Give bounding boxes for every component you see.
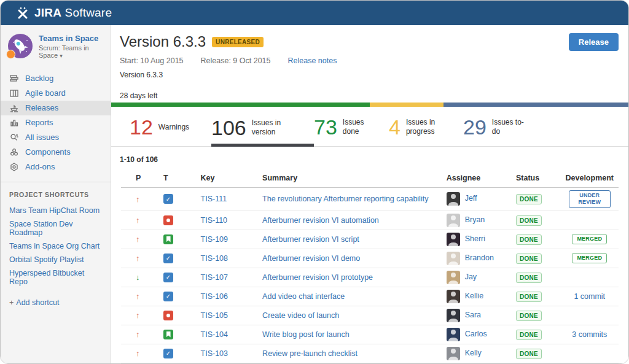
issue-summary-link[interactable]: Review pre-launch checklist: [262, 349, 357, 358]
development-cell: [561, 344, 619, 363]
stat-issues-done[interactable]: 73 Issues done: [314, 117, 389, 146]
col-summary: Summary: [257, 169, 442, 188]
priority-icon: [136, 330, 140, 339]
issue-key-link[interactable]: TIS-103: [201, 349, 228, 358]
avatar: [447, 252, 460, 265]
project-subtitle: Scrum: Teams in Space: [39, 44, 89, 59]
status-badge: DONE: [516, 311, 542, 321]
development-cell: MERGED: [561, 249, 619, 268]
shortcut-bitbucket[interactable]: Hyperspeed Bitbucket Repo: [1, 266, 111, 288]
issue-key-link[interactable]: TIS-105: [201, 311, 228, 320]
issue-type-icon: [163, 349, 173, 358]
commits-link[interactable]: 1 commit: [574, 292, 605, 301]
shortcut-hipchat[interactable]: Mars Team HipChat Room: [1, 204, 111, 217]
sidebar-item-add-ons[interactable]: Add-ons: [1, 160, 111, 174]
stat-warnings[interactable]: 12 Warnings: [130, 117, 211, 146]
sidebar-item-reports[interactable]: Reports: [1, 115, 111, 130]
table-row: TIS-109 Afterburner revision VI script S…: [121, 230, 619, 249]
release-button[interactable]: Release: [569, 33, 619, 51]
chevron-down-icon[interactable]: ▾: [60, 53, 63, 59]
status-badge: DONE: [516, 234, 542, 245]
table-row: TIS-111 The revolutionary Afterburner re…: [121, 188, 619, 211]
issue-type-icon: [163, 292, 173, 301]
priority-icon: [136, 254, 140, 263]
issue-key-link[interactable]: TIS-106: [201, 292, 228, 301]
priority-icon: [136, 234, 140, 244]
shortcut-roadmap[interactable]: Space Station Dev Roadmap: [1, 217, 111, 239]
sidebar-item-releases[interactable]: Releases: [1, 101, 111, 115]
status-badge: DONE: [516, 292, 542, 302]
issue-key-link[interactable]: TIS-104: [201, 330, 228, 339]
stat-issues-in-progress[interactable]: 4 Issues in progress: [389, 117, 463, 146]
priority-icon: [136, 311, 140, 320]
assignee-link[interactable]: Kelly: [465, 349, 482, 357]
jira-logo-icon: [17, 7, 29, 19]
avatar: [447, 233, 460, 246]
col-development: Development: [561, 169, 619, 188]
release-notes-link[interactable]: Release notes: [288, 56, 337, 65]
priority-icon: [136, 292, 140, 301]
bar-chart-icon: [9, 118, 19, 128]
issue-key-link[interactable]: TIS-109: [201, 235, 228, 244]
stat-issues-todo[interactable]: 29 Issues to-do: [463, 117, 549, 146]
issue-summary-link[interactable]: Create video of launch: [262, 311, 339, 320]
issues-table: P T Key Summary Assignee Status Developm…: [121, 169, 619, 364]
issue-key-link[interactable]: TIS-111: [201, 195, 227, 203]
shortcut-spotify[interactable]: Orbital Spotify Playlist: [1, 253, 111, 266]
issue-summary-link[interactable]: Add video chat interface: [262, 292, 345, 301]
issue-stats-row: 12 Warnings 106 Issues in version 73 Iss…: [111, 107, 628, 147]
issue-type-icon: [163, 254, 173, 263]
issue-summary-link[interactable]: Write blog post for launch: [262, 330, 350, 339]
development-cell: [561, 268, 619, 287]
sidebar: Teams in Space Scrum: Teams in Space ▾ B…: [1, 25, 111, 364]
avatar: [447, 328, 460, 341]
sidebar-item-backlog[interactable]: Backlog: [1, 71, 111, 86]
assignee-link[interactable]: Jeff: [465, 195, 477, 203]
issue-summary-link[interactable]: The revolutionary Afterburner reporting …: [262, 195, 428, 203]
sidebar-item-label: Components: [25, 147, 71, 157]
assignee-link[interactable]: Sherri: [465, 234, 485, 243]
assignee-link[interactable]: Carlos: [465, 330, 487, 338]
table-row: TIS-105 Create video of launch Sara DONE: [121, 306, 619, 325]
col-status: Status: [511, 169, 561, 188]
assignee-link[interactable]: Jay: [465, 273, 477, 281]
avatar: [447, 290, 460, 303]
sidebar-item-all-issues[interactable]: All issues: [1, 130, 111, 145]
sidebar-item-agile-board[interactable]: Agile board: [1, 86, 111, 101]
plus-icon: +: [9, 298, 14, 307]
sidebar-item-components[interactable]: Components: [1, 145, 111, 160]
development-cell: [561, 211, 619, 230]
shortcut-org-chart[interactable]: Teams in Space Org Chart: [1, 239, 111, 253]
add-shortcut-button[interactable]: +Add shortcut: [1, 296, 111, 309]
project-name[interactable]: Teams in Space: [39, 34, 104, 44]
issue-summary-link[interactable]: Afterburner revision VI prototype: [262, 273, 373, 282]
project-switcher[interactable]: Teams in Space Scrum: Teams in Space ▾: [1, 31, 111, 65]
result-count-top: 1-10 of 106: [111, 147, 628, 169]
main-content: Version 6.3.3 UNRELEASED Release Start: …: [111, 25, 628, 364]
assignee-link[interactable]: Brandon: [465, 254, 494, 262]
issue-summary-link[interactable]: Afterburner revision VI demo: [262, 254, 360, 263]
progress-segment-done: [111, 103, 370, 107]
commits-link[interactable]: 3 commits: [572, 330, 607, 339]
assignee-link[interactable]: Sara: [465, 311, 481, 319]
issue-summary-link[interactable]: Afterburner revision VI automation: [262, 216, 379, 225]
avatar: [447, 192, 460, 206]
assignee-link[interactable]: Kellie: [465, 292, 484, 300]
sidebar-item-label: Backlog: [25, 74, 53, 83]
issue-key-link[interactable]: TIS-108: [201, 254, 228, 263]
stat-issues-in-version[interactable]: 106 Issues in version: [211, 117, 314, 147]
app-window: JIRA Software: [0, 0, 629, 364]
release-progress-bar: [111, 103, 628, 107]
issue-type-icon: [163, 311, 173, 320]
issue-key-link[interactable]: TIS-107: [201, 273, 228, 282]
avatar: [447, 347, 460, 360]
issue-summary-link[interactable]: Afterburner revision VI script: [262, 235, 359, 244]
issue-key-link[interactable]: TIS-110: [201, 216, 228, 225]
table-row: TIS-107 Afterburner revision VI prototyp…: [121, 268, 619, 287]
status-badge: DONE: [516, 215, 542, 226]
status-badge: DONE: [516, 330, 542, 340]
issue-type-icon: [163, 194, 173, 204]
assignee-link[interactable]: Bryan: [465, 215, 485, 224]
priority-icon: [136, 215, 140, 225]
project-shortcuts-header: PROJECT SHORTCUTS: [1, 191, 111, 198]
